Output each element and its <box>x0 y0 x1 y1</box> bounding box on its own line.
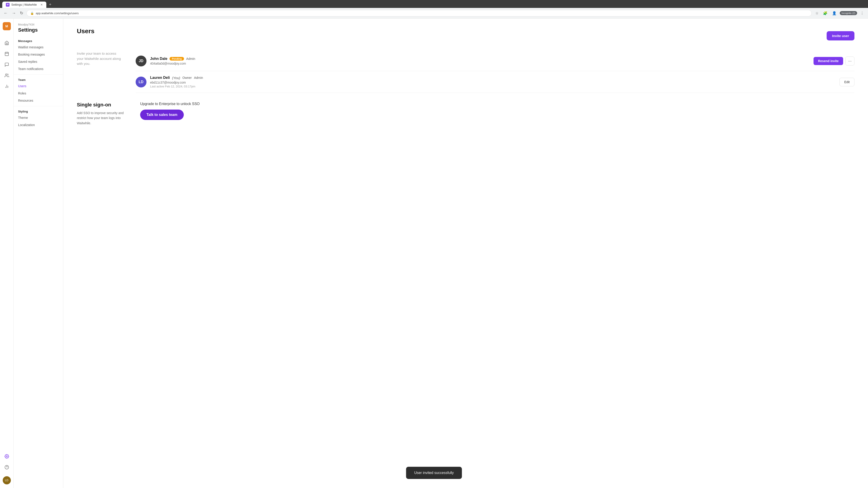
sidebar-item-waitlist-messages[interactable]: Waitlist messages <box>13 43 63 51</box>
sidebar-item-resources[interactable]: Resources <box>13 97 63 104</box>
tab-close-button[interactable]: ✕ <box>40 3 43 6</box>
sidebar-item-team-notifications[interactable]: Team notifications <box>13 65 63 72</box>
user-actions-john: Resend invite ··· <box>813 57 855 66</box>
address-bar[interactable]: 🔒 app.waitwhile.com/settings/users <box>26 10 812 17</box>
menu-button[interactable]: ⋮ <box>859 10 865 16</box>
sidebar-item-saved-replies[interactable]: Saved replies <box>13 58 63 65</box>
user-last-active-lauren: Last active Feb 12, 2024, 03:17pm <box>150 85 836 88</box>
sidebar-item-booking-messages[interactable]: Booking messages <box>13 51 63 58</box>
sidebar-item-localization[interactable]: Localization <box>13 121 63 129</box>
sidebar-section-header-styling: Styling <box>13 108 63 114</box>
forward-button[interactable]: → <box>11 10 17 17</box>
app-layout: M LD Moodjoy7434 Settings <box>0 19 868 488</box>
users-invite-description: Invite your team to access your Waitwhil… <box>77 51 122 66</box>
sidebar-title: Settings <box>18 27 59 33</box>
user-email-john: 404a6a0d@moodjoy.com <box>150 62 810 65</box>
user-name-john: John Dale <box>150 57 167 61</box>
sidebar-section-header-team: Team <box>13 76 63 83</box>
incognito-badge[interactable]: Incognito (2) <box>840 11 857 15</box>
invite-user-button[interactable]: Invite user <box>827 31 855 40</box>
pending-badge: Pending <box>169 57 184 61</box>
users-list-area: Invite your team to access your Waitwhil… <box>77 51 855 93</box>
user-email-lauren: ebd11c37@moodjoy.com <box>150 80 836 84</box>
sso-description: Add SSO to improve security and restrict… <box>77 110 127 126</box>
nav-chart-icon[interactable] <box>2 82 11 91</box>
sidebar-item-users[interactable]: Users <box>13 83 63 90</box>
nav-users-icon[interactable] <box>2 71 11 80</box>
sidebar-workspace: Moodjoy7434 <box>18 23 59 26</box>
user-name-lauren: Lauren Deli <box>150 76 170 80</box>
user-avatar-lauren: LD <box>135 76 147 88</box>
nav-settings-icon[interactable] <box>2 452 11 461</box>
bookmark-button[interactable]: ☆ <box>814 10 820 16</box>
user-avatar-john: JD <box>135 56 147 66</box>
toast-notification: User invited successfully <box>406 467 462 479</box>
sidebar-item-theme[interactable]: Theme <box>13 114 63 121</box>
reload-button[interactable]: ↻ <box>19 10 24 17</box>
nav-calendar-icon[interactable] <box>2 49 11 58</box>
nav-chat-icon[interactable] <box>2 60 11 69</box>
user-role1-lauren: Owner <box>182 76 192 79</box>
users-header: Users Invite user <box>77 28 855 44</box>
user-info-lauren: Lauren Deli (You) Owner Admin ebd11c37@m… <box>150 76 836 88</box>
user-avatar-nav[interactable]: LD <box>3 476 11 484</box>
user-name-row-john: John Dale Pending Admin <box>150 57 810 61</box>
sidebar: Moodjoy7434 Settings Messages Waitlist m… <box>13 19 63 488</box>
user-info-john: John Dale Pending Admin 404a6a0d@moodjoy… <box>150 57 810 65</box>
svg-point-4 <box>5 74 7 75</box>
address-bar-row: ← → ↻ 🔒 app.waitwhile.com/settings/users… <box>0 8 868 19</box>
sso-section: Single sign-on Add SSO to improve securi… <box>77 102 855 126</box>
sidebar-header: Moodjoy7434 Settings <box>13 23 63 37</box>
sso-info: Single sign-on Add SSO to improve securi… <box>77 102 127 126</box>
svg-rect-0 <box>5 52 8 56</box>
user-role-john: Admin <box>186 57 195 61</box>
browser-actions: ☆ 🧩 👤 Incognito (2) ⋮ <box>814 10 865 16</box>
user-actions-lauren: Edit <box>839 78 855 86</box>
nav-icons: M LD <box>0 19 13 488</box>
sidebar-section-styling: Styling Theme Localization <box>13 108 63 129</box>
lock-icon: 🔒 <box>30 11 34 15</box>
profile-button[interactable]: 👤 <box>831 10 838 16</box>
address-text: app.waitwhile.com/settings/users <box>36 11 808 15</box>
user-name-row-lauren: Lauren Deli (You) Owner Admin <box>150 76 836 80</box>
table-row: JD John Dale Pending Admin 404a6a0d@mood… <box>135 51 855 71</box>
browser-tab[interactable]: M Settings | Waitwhile ✕ <box>2 2 46 8</box>
new-tab-button[interactable]: + <box>47 1 53 8</box>
back-button[interactable]: ← <box>3 10 8 17</box>
sso-title: Single sign-on <box>77 102 127 108</box>
nav-home-icon[interactable] <box>2 38 11 47</box>
sidebar-section-team: Team Users Roles Resources <box>13 76 63 104</box>
main-content: Users Invite user Invite your team to ac… <box>63 19 868 488</box>
tab-favicon: M <box>6 3 9 6</box>
sidebar-section-messages: Messages Waitlist messages Booking messa… <box>13 37 63 72</box>
sso-upgrade-text: Upgrade to Enterprise to unlock SSO <box>140 102 199 106</box>
user-you-label: (You) <box>172 76 180 80</box>
page-title: Users <box>77 28 94 35</box>
sso-right: Upgrade to Enterprise to unlock SSO Talk… <box>140 102 199 120</box>
svg-point-8 <box>6 456 7 457</box>
resend-invite-button[interactable]: Resend invite <box>813 57 843 65</box>
users-list: JD John Dale Pending Admin 404a6a0d@mood… <box>135 51 855 93</box>
workspace-avatar[interactable]: M <box>3 22 11 30</box>
toast-message: User invited successfully <box>414 471 454 475</box>
tab-title: Settings | Waitwhile <box>11 3 37 6</box>
talk-to-sales-button[interactable]: Talk to sales team <box>140 109 184 120</box>
sidebar-item-roles[interactable]: Roles <box>13 90 63 97</box>
table-row: LD Lauren Deli (You) Owner Admin ebd11c3… <box>135 71 855 93</box>
nav-help-icon[interactable] <box>2 463 11 472</box>
more-options-button[interactable]: ··· <box>845 57 855 66</box>
user-role2-lauren: Admin <box>194 76 203 79</box>
extensions-button[interactable]: 🧩 <box>822 10 829 16</box>
browser-tab-bar: M Settings | Waitwhile ✕ + <box>0 0 868 8</box>
edit-user-button[interactable]: Edit <box>839 78 855 86</box>
sidebar-section-header-messages: Messages <box>13 37 63 43</box>
